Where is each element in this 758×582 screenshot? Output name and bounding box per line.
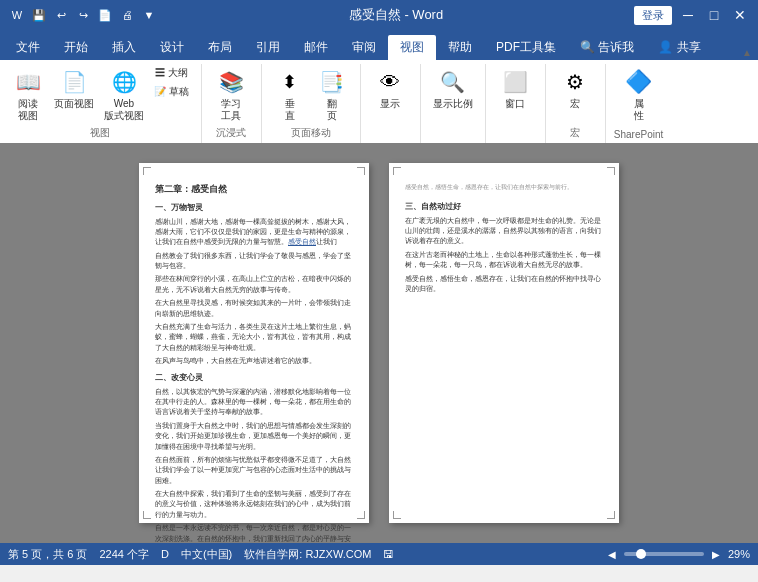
flip-page-btn[interactable]: 📑 翻页 — [312, 64, 352, 124]
read-view-icon: 📖 — [12, 66, 44, 98]
section2-p3: 在自然面前，所有的烦恼与忧愁似乎都变得微不足道了，大自然让我们学会了以一种更加宽… — [155, 455, 353, 486]
macro-group-label: 宏 — [570, 124, 580, 143]
word-icon: W — [8, 6, 26, 24]
learning-tools-btn[interactable]: 📚 学习工具 — [211, 64, 251, 124]
section2-p2: 当我们置身于大自然之中时，我们的思想与情感都会发生深刻的变化，我们开始更加珍视生… — [155, 421, 353, 452]
flip-page-label: 翻页 — [327, 98, 337, 122]
login-button[interactable]: 登录 — [634, 6, 672, 25]
section2-p4: 在大自然中探索，我们看到了生命的坚韧与美丽，感受到了存在的意义与价值，这种体验将… — [155, 489, 353, 520]
restore-button[interactable]: □ — [704, 5, 724, 25]
title-bar-left: W 💾 ↩ ↪ 📄 🖨 ▼ — [8, 6, 158, 24]
corner-tl — [143, 167, 151, 175]
sharepoint-label: 属性 — [634, 98, 644, 122]
title-bar: W 💾 ↩ ↪ 📄 🖨 ▼ 感受自然 - Word 登录 ─ □ ✕ — [0, 0, 758, 30]
page-view-label: 页面视图 — [54, 98, 94, 110]
section1-p4: 在大自然里寻找灵感，有时候突如其来的一片叶，会带领我们走向崭新的思维轨迹。 — [155, 298, 353, 319]
tab-file[interactable]: 文件 — [4, 35, 52, 60]
page-view-btn[interactable]: 📄 页面视图 — [50, 64, 98, 112]
tab-view[interactable]: 视图 — [388, 35, 436, 60]
section1-p5: 大自然充满了生命与活力，各类生灵在这片土地上繁衍生息，蚂蚁，蜜蜂，蝴蝶，燕雀，无… — [155, 322, 353, 353]
website-info: 软件自学网: RJZXW.COM — [244, 547, 371, 562]
page-info: 第 5 页，共 6 页 — [8, 547, 87, 562]
ribbon-group-macro: ⚙ 宏 宏 — [546, 64, 606, 143]
undo-quick-btn[interactable]: ↩ — [52, 6, 70, 24]
status-bar: 第 5 页，共 6 页 2244 个字 D 中文(中国) 软件自学网: RJZX… — [0, 543, 758, 565]
show-btn[interactable]: 👁 显示 — [370, 64, 410, 112]
sharepoint-btn[interactable]: 🔷 属性 — [619, 64, 659, 124]
sharepoint-icon: 🔷 — [623, 66, 655, 98]
redo-quick-btn[interactable]: ↪ — [74, 6, 92, 24]
window-title: 感受自然 - Word — [158, 6, 634, 24]
tab-tellme[interactable]: 🔍 告诉我 — [568, 35, 646, 60]
scroll-right-btn[interactable]: ▶ — [712, 549, 720, 560]
show-icon: 👁 — [374, 66, 406, 98]
link-text[interactable]: 感受自然 — [288, 238, 316, 245]
close-button[interactable]: ✕ — [730, 5, 750, 25]
word-count: 2244 个字 — [99, 547, 149, 562]
read-view-label: 阅读视图 — [18, 98, 38, 122]
page-view-icon: 📄 — [58, 66, 90, 98]
tab-share[interactable]: 👤 共享 — [646, 35, 712, 60]
ribbon-collapse-btn[interactable]: ▲ — [740, 47, 754, 58]
outline-btn[interactable]: ☰ 大纲 — [150, 64, 193, 82]
minimize-button[interactable]: ─ — [678, 5, 698, 25]
zoom-thumb — [636, 549, 646, 559]
tab-pdf[interactable]: PDF工具集 — [484, 35, 568, 60]
new-quick-btn[interactable]: 📄 — [96, 6, 114, 24]
scroll-left-btn[interactable]: ◀ — [608, 549, 616, 560]
view-indicator: 🖫 — [383, 548, 394, 560]
zoom-btn[interactable]: 🔍 显示比例 — [429, 64, 477, 112]
read-view-btn[interactable]: 📖 阅读视图 — [8, 64, 48, 124]
tab-references[interactable]: 引用 — [244, 35, 292, 60]
draft-btn[interactable]: 📝 草稿 — [150, 83, 193, 101]
tab-layout[interactable]: 布局 — [196, 35, 244, 60]
corner-bl — [143, 511, 151, 519]
input-indicator: D — [161, 548, 169, 560]
section3-p1: 在广袤无垠的大自然中，每一次呼吸都是对生命的礼赞。无论是山川的壮阔，还是溪水的潺… — [405, 216, 603, 247]
web-view-btn[interactable]: 🌐 Web版式视图 — [100, 64, 148, 124]
zoom-slider[interactable] — [624, 552, 704, 556]
zoom-label: 显示比例 — [433, 98, 473, 110]
view-buttons: 📖 阅读视图 📄 页面视图 🌐 Web版式视图 ☰ 大纲 📝 草稿 — [8, 64, 193, 124]
section2-p5: 自然是一本永远读不完的书，每一次亲近自然，都是对心灵的一次深刻洗涤。在自然的怀抱… — [155, 523, 353, 543]
corner-br-2 — [607, 511, 615, 519]
macro-btn[interactable]: ⚙ 宏 — [555, 64, 595, 112]
corner-br — [357, 511, 365, 519]
show-label: 显示 — [380, 98, 400, 110]
ribbon-tabs: 文件 开始 插入 设计 布局 引用 邮件 审阅 视图 帮助 PDF工具集 🔍 告… — [0, 30, 758, 60]
corner-tl-2 — [393, 167, 401, 175]
ribbon-group-page-move: ⬍ 垂直 📑 翻页 页面移动 — [262, 64, 361, 143]
tab-home[interactable]: 开始 — [52, 35, 100, 60]
document-area: 第二章：感受自然 一、万物智灵 感谢山川，感谢大地，感谢每一棵高耸挺拔的树木，感… — [0, 143, 758, 543]
tab-design[interactable]: 设计 — [148, 35, 196, 60]
vertical-btn[interactable]: ⬍ 垂直 — [270, 64, 310, 124]
immersive-buttons: 📚 学习工具 — [211, 64, 251, 124]
web-view-icon: 🌐 — [108, 66, 140, 98]
document-page-1: 第二章：感受自然 一、万物智灵 感谢山川，感谢大地，感谢每一棵高耸挺拔的树木，感… — [139, 163, 369, 523]
window-icon: ⬜ — [499, 66, 531, 98]
window-btn[interactable]: ⬜ 窗口 — [495, 64, 535, 112]
tab-mail[interactable]: 邮件 — [292, 35, 340, 60]
macro-buttons: ⚙ 宏 — [555, 64, 595, 124]
language: 中文(中国) — [181, 547, 232, 562]
status-left: 第 5 页，共 6 页 2244 个字 D 中文(中国) 软件自学网: RJZX… — [8, 547, 394, 562]
learning-tools-icon: 📚 — [215, 66, 247, 98]
window-buttons: ⬜ 窗口 — [495, 64, 535, 138]
section1-p3: 那些在林间穿行的小溪，在高山上伫立的古松，在暗夜中闪烁的星光，无不诉说着大自然无… — [155, 274, 353, 295]
more-quick-btn[interactable]: ▼ — [140, 6, 158, 24]
learning-tools-label: 学习工具 — [221, 98, 241, 122]
tab-review[interactable]: 审阅 — [340, 35, 388, 60]
tab-insert[interactable]: 插入 — [100, 35, 148, 60]
save-quick-btn[interactable]: 💾 — [30, 6, 48, 24]
show-buttons: 👁 显示 — [370, 64, 410, 138]
zoom-level: 29% — [728, 548, 750, 560]
section2-title: 二、改变心灵 — [155, 372, 353, 384]
print-quick-btn[interactable]: 🖨 — [118, 6, 136, 24]
ribbon-group-view: 📖 阅读视图 📄 页面视图 🌐 Web版式视图 ☰ 大纲 📝 草稿 视图 — [0, 64, 202, 143]
outline-draft-col: ☰ 大纲 📝 草稿 — [150, 64, 193, 101]
view-group-label: 视图 — [90, 124, 110, 143]
tab-help[interactable]: 帮助 — [436, 35, 484, 60]
title-bar-right: 登录 ─ □ ✕ — [634, 5, 750, 25]
ribbon-group-immersive: 📚 学习工具 沉浸式 — [202, 64, 262, 143]
section1-p6: 在风声与鸟鸣中，大自然在无声地讲述着它的故事。 — [155, 356, 353, 366]
